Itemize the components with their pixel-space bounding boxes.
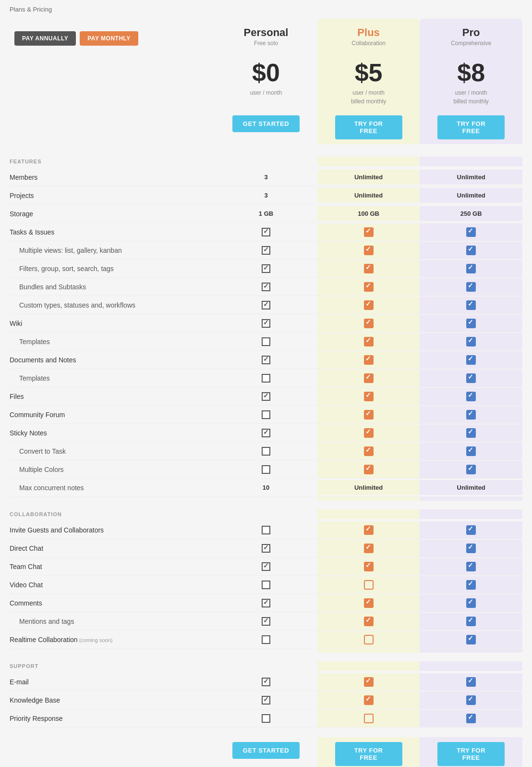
feature-name: E-mail	[10, 674, 215, 690]
pay-annually-button[interactable]: PAY ANNUALLY	[14, 31, 76, 46]
pro-value	[420, 692, 522, 709]
pro-value	[420, 594, 522, 612]
pro-cta-button[interactable]: TRY FOR FREE	[437, 115, 505, 139]
pro-value: 250 GB	[420, 206, 522, 221]
personal-value	[215, 370, 317, 386]
plus-plan-header: Plus Collaboration	[317, 19, 420, 54]
pro-value: Unlimited	[420, 480, 522, 495]
bottom-plus-cta: TRY FOR FREE	[317, 737, 420, 767]
pay-monthly-button[interactable]: PAY MONTHLY	[80, 31, 138, 46]
table-row: Comments	[10, 594, 522, 612]
table-row: Templates	[10, 369, 522, 387]
bottom-personal-cta-button[interactable]: GET STARTED	[232, 742, 300, 759]
personal-value	[215, 443, 317, 459]
bottom-pro-cta-button[interactable]: TRY FOR FREE	[437, 742, 505, 766]
support-label-personal	[215, 661, 317, 671]
table-row: Multiple Colors	[10, 460, 522, 479]
personal-value	[215, 242, 317, 259]
features-section-label-row: FEATURES	[10, 148, 522, 168]
pro-value	[420, 333, 522, 350]
pro-value	[420, 576, 522, 594]
plus-value	[317, 594, 420, 612]
pro-value	[420, 540, 522, 557]
plus-plan-tagline: Collaboration	[322, 40, 415, 47]
feature-name: Files	[10, 389, 215, 404]
pro-value	[420, 388, 522, 405]
personal-value	[215, 674, 317, 690]
personal-value	[215, 595, 317, 611]
feature-name: Storage	[10, 206, 215, 222]
pro-plan-tagline: Comprehensive	[424, 40, 518, 47]
feature-name: Max concurrent notes	[10, 480, 215, 495]
personal-value	[215, 315, 317, 332]
personal-value	[215, 577, 317, 593]
plus-value: Unlimited	[317, 170, 420, 185]
plus-price: $5	[322, 59, 415, 87]
personal-value	[215, 461, 317, 478]
pro-value	[420, 710, 522, 727]
personal-plan-tagline: Free solo	[219, 40, 313, 47]
support-label-plus	[317, 661, 420, 671]
personal-value	[215, 388, 317, 405]
personal-value	[215, 425, 317, 441]
bottom-plus-cta-button[interactable]: TRY FOR FREE	[335, 742, 402, 766]
bottom-personal-spacer	[10, 737, 215, 767]
pro-value	[420, 315, 522, 332]
personal-plan-header: Personal Free solo	[215, 19, 317, 54]
personal-header: PAY ANNUALLY PAY MONTHLY	[10, 19, 215, 54]
pro-value	[420, 278, 522, 296]
bottom-cta-row: GET STARTED TRY FOR FREE TRY FOR FREE	[10, 728, 522, 767]
bottom-personal-cta: GET STARTED	[215, 737, 317, 767]
plus-value	[317, 370, 420, 387]
feature-name: Multiple Colors	[10, 462, 215, 477]
table-row: Knowledge Base	[10, 691, 522, 709]
table-row: Custom types, statuses and, workflows	[10, 296, 522, 314]
pro-plan-header: Pro Comprehensive	[420, 19, 522, 54]
features-label-pro	[420, 157, 522, 166]
feature-name: Wiki	[10, 316, 215, 331]
personal-value	[215, 279, 317, 295]
personal-value: 10	[215, 480, 317, 495]
support-section-label-row: SUPPORT	[10, 653, 522, 673]
plus-value	[317, 315, 420, 332]
feature-name: Documents and Notes	[10, 352, 215, 368]
personal-cta-button[interactable]: GET STARTED	[232, 115, 300, 132]
table-row: Members 3 Unlimited Unlimited	[10, 168, 522, 186]
table-row: Templates	[10, 333, 522, 351]
table-row: Files	[10, 387, 522, 406]
plus-value	[317, 297, 420, 314]
plus-value	[317, 333, 420, 350]
pro-value	[420, 613, 522, 630]
billing-toggle: PAY ANNUALLY PAY MONTHLY	[14, 26, 210, 50]
plus-value	[317, 260, 420, 277]
personal-price-cell: $0 user / month	[215, 54, 317, 111]
plus-value	[317, 710, 420, 727]
plus-cta-cell: TRY FOR FREE	[317, 111, 420, 144]
plus-value: 100 GB	[317, 206, 420, 221]
plus-price-cell: $5 user / month billed monthly	[317, 54, 420, 111]
plus-value	[317, 406, 420, 423]
pro-value	[420, 297, 522, 314]
pro-value	[420, 223, 522, 241]
table-row: Community Forum	[10, 406, 522, 424]
table-row: Multiple views: list, gallery, kanban	[10, 241, 522, 260]
plus-price-sub: user / month billed monthly	[322, 88, 415, 106]
pro-value	[420, 521, 522, 539]
support-label-pro	[420, 661, 522, 671]
support-rows: E-mail Knowledge Base Priority Response	[10, 673, 522, 728]
personal-value	[215, 710, 317, 727]
pro-value	[420, 461, 522, 478]
plan-headers: PAY ANNUALLY PAY MONTHLY Personal Free s…	[10, 19, 522, 54]
feature-name: Convert to Task	[10, 444, 215, 459]
plus-value	[317, 613, 420, 630]
personal-value	[215, 522, 317, 538]
plus-value	[317, 692, 420, 709]
plus-value	[317, 443, 420, 460]
plus-cta-button[interactable]: TRY FOR FREE	[335, 115, 402, 139]
personal-value: 3	[215, 188, 317, 203]
bottom-pro-cta: TRY FOR FREE	[420, 737, 522, 767]
personal-value	[215, 297, 317, 313]
plus-value	[317, 223, 420, 241]
plus-value	[317, 424, 420, 442]
feature-name: Direct Chat	[10, 541, 215, 556]
